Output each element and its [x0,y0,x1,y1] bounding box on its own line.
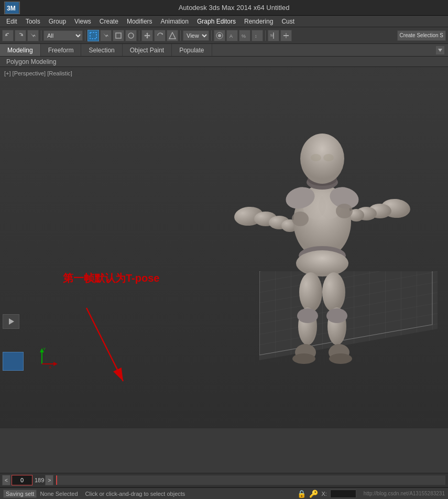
polygon-modeling-label: Polygon Modeling [3,57,59,66]
select-button[interactable] [88,30,99,41]
ribbon-extra-btn[interactable] [435,46,445,55]
separator-1 [41,30,41,41]
menu-rendering[interactable]: Rendering [240,17,277,26]
separator-5 [211,30,212,41]
menu-animation[interactable]: Animation [157,17,193,26]
undo-button[interactable] [2,30,14,41]
menu-group[interactable]: Group [45,17,70,26]
svg-text:X: X [49,365,52,370]
status-saving-text: Saving sett [3,490,37,498]
menu-tools[interactable]: Tools [21,17,45,26]
viewport-thumbnail-selector[interactable] [3,352,24,371]
svg-point-37 [323,154,334,161]
svg-text:%: % [242,34,246,39]
tab-freeform[interactable]: Freeform [41,44,82,56]
scale-button[interactable] [167,30,178,41]
svg-marker-59 [53,362,58,366]
svg-text:3M: 3M [7,5,16,12]
title-text: Autodesk 3ds Max 2014 x64 Untitled [24,4,444,12]
svg-point-40 [299,272,322,312]
key-icon: 🔑 [309,490,318,498]
svg-point-43 [292,353,315,364]
viewport: [+] [Perspective] [Realistic] [0,67,448,428]
status-info: Click or click-and-drag to select object… [81,491,294,497]
tab-selection[interactable]: Selection [81,44,122,56]
play-animation-button[interactable] [3,314,19,329]
tab-populate[interactable]: Populate [172,44,212,56]
move-button[interactable] [141,30,153,41]
menu-bar: Edit Tools Group Views Create Modifiers … [0,16,448,27]
timeline-start-button[interactable]: < [2,475,10,485]
menu-graph-editors[interactable]: Graph Editors [193,17,240,26]
menu-create[interactable]: Create [95,17,123,26]
separator-2 [85,30,85,41]
timeline-bar: < 189 > [0,473,448,487]
viewport-label: [+] [Perspective] [Realistic] [4,70,72,76]
frame-total-label: 189 [35,477,44,483]
svg-marker-8 [169,32,176,39]
menu-edit[interactable]: Edit [2,17,21,26]
create-selection-button[interactable]: Create Selection S [397,30,446,41]
svg-point-50 [297,308,318,323]
separator-6 [265,30,266,41]
title-bar: 3M Autodesk 3ds Max 2014 x64 Untitled [0,0,448,16]
angle-snap-button[interactable]: A [226,30,238,41]
svg-line-55 [86,308,123,381]
svg-point-9 [218,34,221,37]
tab-modeling[interactable]: Modeling [0,44,41,56]
svg-text:M: M [270,33,274,38]
x-coord-input[interactable] [330,490,356,498]
svg-point-44 [322,272,345,312]
ribbon-tabs: Modeling Freeform Selection Object Paint… [0,44,448,57]
menu-modifiers[interactable]: Modifiers [123,17,157,26]
svg-point-53 [336,204,353,218]
timeline-end-button[interactable]: > [45,475,53,485]
tab-object-paint[interactable]: Object Paint [123,44,172,56]
window-crossing-button[interactable] [125,30,137,41]
frame-current-input[interactable] [12,475,32,485]
axis-indicator: X Y [34,346,60,372]
spinner-snap-button[interactable]: ↕ [252,30,263,41]
select-region-button[interactable] [100,30,112,41]
annotation-arrow [76,305,139,389]
svg-point-6 [128,33,134,38]
svg-text:Y: Y [43,347,46,351]
menu-views[interactable]: Views [70,17,95,26]
select-object-button[interactable] [27,30,39,41]
mirror-button[interactable]: M [268,30,279,41]
svg-text:A: A [230,34,233,39]
svg-marker-62 [9,318,14,325]
svg-point-36 [311,154,321,161]
rotate-button[interactable] [154,30,166,41]
menu-customize[interactable]: Cust [277,17,299,26]
bottom-area: < 189 > Saving sett None Selected Click … [0,473,448,499]
status-bar: Saving sett None Selected Click or click… [0,487,448,499]
svg-point-52 [292,212,309,226]
status-none-selected: None Selected [40,491,78,497]
svg-rect-5 [116,33,121,38]
lock-icon: 🔒 [297,490,306,498]
character-3d [223,96,422,405]
separator-3 [139,30,139,41]
svg-point-47 [329,353,352,364]
watermark-text: http://blog.csdn.net/A13155283231 [364,491,445,496]
svg-rect-4 [90,32,96,39]
percent-snap-button[interactable]: % [239,30,250,41]
svg-point-51 [326,308,347,323]
rect-select-button[interactable] [113,30,124,41]
filter-dropdown[interactable]: All Geometry Shapes [43,30,83,41]
subtab-bar: Polygon Modeling [0,57,448,67]
view-dropdown[interactable]: View Screen World [183,30,209,41]
align-button[interactable] [280,30,292,41]
snap-button[interactable] [214,30,225,41]
svg-point-35 [300,134,344,184]
x-coord-label: X: [321,491,326,497]
annotation-text: 第一帧默认为T-pose [63,271,159,285]
svg-point-39 [296,250,348,276]
toolbar: All Geometry Shapes View Screen World A … [0,27,448,44]
ribbon-extra [432,45,448,56]
redo-button[interactable] [15,30,26,41]
timeline-track[interactable] [56,475,446,485]
svg-marker-18 [438,49,442,52]
svg-text:↕: ↕ [255,34,257,39]
